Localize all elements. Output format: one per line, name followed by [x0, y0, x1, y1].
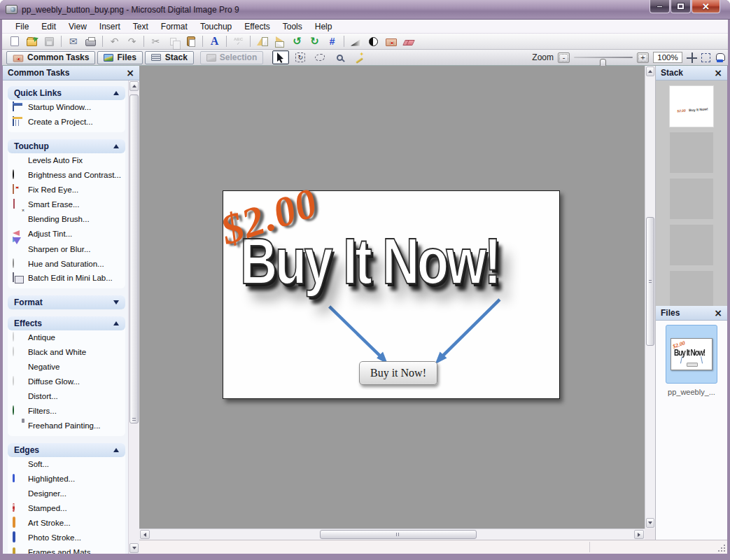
- tab-files[interactable]: Files: [97, 51, 142, 64]
- expand-arrow-icon[interactable]: [113, 300, 119, 304]
- task-stamped-edge[interactable]: Stamped...: [8, 501, 125, 516]
- task-create-project[interactable]: Create a Project...: [8, 115, 125, 130]
- task-startup-window[interactable]: Startup Window...: [8, 100, 125, 115]
- paste-button[interactable]: [183, 34, 199, 48]
- scrollbar-thumb[interactable]: [646, 217, 654, 346]
- flip-horizontal-button[interactable]: [254, 34, 270, 48]
- undo-button[interactable]: ↶: [106, 34, 122, 48]
- pan-icon[interactable]: [687, 52, 697, 63]
- close-stack-icon[interactable]: ×: [714, 68, 722, 78]
- zoom-slider[interactable]: [574, 52, 633, 62]
- zoom-in-button[interactable]: +: [637, 52, 649, 63]
- stack-thumbnail-1[interactable]: $2.00 Buy It Now!: [670, 86, 713, 127]
- selection-button[interactable]: Selection: [200, 51, 263, 64]
- menu-view[interactable]: View: [62, 20, 93, 33]
- menu-insert[interactable]: Insert: [93, 20, 127, 33]
- save-button[interactable]: [41, 34, 57, 48]
- task-negative[interactable]: Negative: [8, 360, 125, 374]
- contrast-button[interactable]: [365, 34, 381, 48]
- minimize-button[interactable]: [650, 0, 670, 13]
- task-pane-scrollbar[interactable]: [128, 80, 139, 554]
- collapse-arrow-icon[interactable]: [113, 91, 119, 95]
- lasso-tool[interactable]: [311, 50, 328, 64]
- task-freehand-painting[interactable]: Freehand Painting...: [8, 419, 125, 433]
- task-photo-stroke[interactable]: Photo Stroke...: [8, 531, 125, 545]
- rotate-right-button[interactable]: ↻: [307, 34, 323, 48]
- levels-auto-fix-button[interactable]: [348, 34, 364, 48]
- task-antique[interactable]: Antique: [8, 330, 125, 345]
- redo-button[interactable]: ↷: [124, 34, 140, 48]
- cut-button[interactable]: ✂: [148, 34, 164, 48]
- scrollbar-thumb[interactable]: [320, 530, 477, 539]
- zoom-magnifier-tool[interactable]: [331, 50, 348, 64]
- tab-common-tasks[interactable]: Common Tasks: [6, 51, 95, 64]
- canvas-viewport[interactable]: Buy It Now! $2.00 Buy it Now!: [139, 66, 645, 528]
- scroll-up-button[interactable]: [646, 66, 654, 76]
- insert-text-button[interactable]: A: [206, 34, 223, 48]
- task-distort[interactable]: Distort...: [8, 389, 125, 404]
- zoom-value[interactable]: 100%: [653, 52, 682, 63]
- scroll-left-button[interactable]: [140, 530, 150, 539]
- scroll-down-button[interactable]: [129, 543, 139, 553]
- menu-file[interactable]: File: [9, 20, 35, 33]
- section-format-header[interactable]: Format: [8, 295, 125, 309]
- task-designer-edge[interactable]: Designer...: [8, 486, 125, 501]
- section-touchup-header[interactable]: Touchup: [8, 139, 125, 153]
- email-button[interactable]: ✉: [65, 34, 81, 48]
- task-frames-mats[interactable]: Frames and Mats...: [8, 545, 125, 554]
- section-quick-links-header[interactable]: Quick Links: [8, 86, 125, 100]
- canvas-vertical-scrollbar[interactable]: [645, 66, 655, 528]
- fix-red-eye-button[interactable]: [383, 34, 399, 48]
- menu-effects[interactable]: Effects: [238, 20, 276, 33]
- collapse-arrow-icon[interactable]: [113, 144, 119, 148]
- buy-it-now-button[interactable]: Buy it Now!: [359, 361, 437, 385]
- menu-tools[interactable]: Tools: [276, 20, 309, 33]
- flip-vertical-button[interactable]: [272, 34, 288, 48]
- canvas-horizontal-scrollbar[interactable]: [139, 528, 645, 540]
- task-adjust-tint[interactable]: Adjust Tint...: [8, 227, 125, 242]
- menu-edit[interactable]: Edit: [35, 20, 62, 33]
- tab-stack[interactable]: Stack: [145, 51, 194, 64]
- fit-window-icon[interactable]: [701, 53, 710, 62]
- task-black-and-white[interactable]: Black and White: [8, 345, 125, 360]
- task-fix-red-eye[interactable]: Fix Red Eye...: [8, 183, 125, 197]
- close-button[interactable]: ✕: [692, 0, 720, 13]
- print-button[interactable]: [83, 34, 99, 48]
- scroll-down-button[interactable]: [646, 518, 654, 528]
- section-effects-header[interactable]: Effects: [8, 316, 125, 330]
- smart-erase-button[interactable]: [400, 34, 416, 48]
- selected-file-thumbnail[interactable]: $2.00 Buy It Now!: [666, 325, 717, 384]
- collapse-arrow-icon[interactable]: [113, 448, 119, 452]
- maximize-button[interactable]: [671, 0, 691, 13]
- menu-help[interactable]: Help: [309, 20, 339, 33]
- open-button[interactable]: [24, 34, 40, 48]
- hand-tool-icon[interactable]: [715, 52, 725, 62]
- task-sharpen-blur[interactable]: Sharpen or Blur...: [8, 242, 125, 257]
- pointer-tool[interactable]: [272, 50, 289, 64]
- menu-text[interactable]: Text: [127, 20, 155, 33]
- magic-wand-tool[interactable]: [351, 50, 367, 64]
- spelling-button[interactable]: ABC✓: [230, 34, 246, 48]
- task-batch-edit[interactable]: Batch Edit in Mini Lab...: [8, 271, 125, 286]
- new-document-button[interactable]: [6, 34, 22, 48]
- task-diffuse-glow[interactable]: Diffuse Glow...: [8, 374, 125, 389]
- task-hue-saturation[interactable]: Hue and Saturation...: [8, 257, 125, 272]
- menu-format[interactable]: Format: [155, 20, 194, 33]
- task-levels-auto-fix[interactable]: Levels Auto Fix: [8, 153, 125, 168]
- rotate-selection-tool[interactable]: ↻: [292, 50, 309, 64]
- close-files-icon[interactable]: ×: [714, 308, 722, 318]
- document-image[interactable]: Buy It Now! $2.00 Buy it Now!: [223, 190, 560, 399]
- resize-grip[interactable]: [717, 544, 726, 552]
- task-highlighted-edge[interactable]: Highlighted...: [8, 472, 125, 486]
- titlebar[interactable]: pp_weebly_button_buy.png - Microsoft Dig…: [0, 0, 730, 20]
- task-filters[interactable]: Filters...: [8, 404, 125, 419]
- scroll-right-button[interactable]: [634, 530, 644, 539]
- task-brightness-contrast[interactable]: Brightness and Contrast...: [8, 168, 125, 183]
- collapse-arrow-icon[interactable]: [113, 321, 119, 326]
- copy-button[interactable]: [165, 34, 181, 48]
- straighten-button[interactable]: #: [324, 34, 340, 48]
- scrollbar-thumb[interactable]: [129, 94, 139, 424]
- close-pane-icon[interactable]: ×: [126, 68, 134, 78]
- task-art-stroke[interactable]: Art Stroke...: [8, 516, 125, 531]
- section-edges-header[interactable]: Edges: [8, 443, 125, 457]
